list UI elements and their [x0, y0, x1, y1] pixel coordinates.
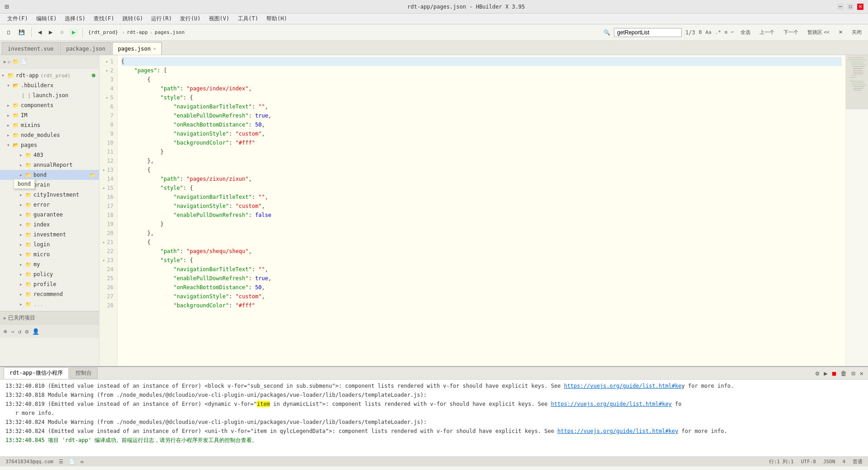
tree-item-guarantee[interactable]: ▶ 📁 guarantee	[0, 210, 99, 220]
bottom-clear-icon[interactable]: 🗑	[840, 369, 848, 378]
select-all-button[interactable]: 全选	[738, 28, 753, 37]
tree-arrow-icon: ▶	[7, 113, 13, 118]
maximize-button[interactable]: □	[847, 4, 854, 10]
new-file-icon[interactable]: 📄	[21, 59, 27, 65]
bottom-settings-icon[interactable]: ⚙	[815, 369, 820, 378]
status-icon-3[interactable]: ✉	[80, 459, 84, 465]
line-3: 3	[99, 75, 117, 84]
fold-icon[interactable]: ▸	[106, 57, 108, 66]
tree-item-city-investment[interactable]: ▶ 📁 cityInvestment	[0, 190, 99, 200]
status-indent: 4	[842, 459, 845, 465]
bottom-export-icon[interactable]: ⊡	[850, 369, 856, 378]
back-button[interactable]: ◀	[35, 28, 44, 37]
tab-package-json[interactable]: package.json	[60, 42, 111, 55]
closed-projects-section[interactable]: ▶ 已关闭项目	[0, 311, 99, 324]
bottom-stop-icon[interactable]: ■	[831, 369, 837, 378]
console-link-3[interactable]: https://vuejs.org/guide/list.html#key	[551, 401, 672, 407]
menu-find[interactable]: 查找(F)	[90, 14, 118, 24]
bottom-run-icon[interactable]: ▶	[823, 369, 828, 378]
tree-item-login[interactable]: ▶ 📁 login	[0, 240, 99, 249]
tree-item-components[interactable]: ▶ 📁 components	[0, 100, 99, 110]
forward-button[interactable]: ▶	[46, 28, 55, 37]
menu-file[interactable]: 文件(F)	[4, 14, 32, 24]
tree-item-error[interactable]: ▶ 📁 error	[0, 200, 99, 210]
menu-publish[interactable]: 发行(U)	[176, 14, 204, 24]
tree-item-mixins[interactable]: ▶ 📁 mixins	[0, 120, 99, 130]
run-button[interactable]: ▶	[69, 28, 79, 38]
search-input[interactable]	[614, 28, 682, 37]
fold-icon[interactable]: ▸	[103, 238, 105, 247]
next-button[interactable]: 下一个	[781, 28, 801, 37]
code-editor[interactable]: ▸1 ▸2 3 4 ▸5 6 7 8 9 10 11 12 ▸13 14 ▸15…	[99, 55, 868, 366]
close-search-button[interactable]: ✕	[836, 28, 845, 37]
tree-item-launch-json[interactable]: [ ] launch.json	[0, 90, 99, 100]
add-project-icon[interactable]: ⊕	[4, 328, 7, 335]
tree-item-annual-report[interactable]: ▶ 📁 annualReport	[0, 160, 99, 170]
console-line-1-suffix: y for more info.	[682, 383, 734, 389]
tree-item-more[interactable]: ▶ 📁 ...	[0, 299, 99, 309]
tree-item-403[interactable]: ▶ 📁 403	[0, 150, 99, 160]
console-link-5[interactable]: https://vuejs.org/guide/list.html#key	[557, 428, 678, 434]
tree-item-hbuilderx[interactable]: ▼ 📂 .hbuilderx	[0, 80, 99, 90]
bookmark-button[interactable]: ☆	[57, 28, 67, 37]
settings-icon[interactable]: ⚙	[25, 328, 28, 335]
refresh-icon[interactable]: ↺	[18, 328, 22, 335]
folder-icon: 📁	[25, 252, 32, 258]
bottom-close-icon[interactable]: ✕	[859, 369, 864, 378]
line-1: ▸1	[99, 57, 117, 66]
tree-item-bond[interactable]: ▶ 📁 bond 📁 bond	[0, 170, 99, 180]
folder-icon: 📁	[13, 103, 19, 108]
tab-investment-vue[interactable]: investment.vue	[2, 42, 59, 55]
fold-icon[interactable]: ▸	[103, 183, 105, 193]
menu-goto[interactable]: 跳转(G)	[119, 14, 147, 24]
menu-help[interactable]: 帮助(H)	[263, 14, 291, 24]
tree-item-policy[interactable]: ▶ 📁 policy	[0, 269, 99, 279]
code-line-26: "onReachBottomDistance": 50,	[121, 283, 842, 292]
jump-button[interactable]: 暂跳区 <<	[805, 28, 832, 37]
prev-button[interactable]: 上一个	[757, 28, 777, 37]
tree-item-profile[interactable]: ▶ 📁 profile	[0, 279, 99, 289]
new-button[interactable]: 🗋	[4, 28, 14, 37]
fold-icon[interactable]: ▸	[103, 165, 105, 174]
expand-icon[interactable]: ▷	[8, 59, 11, 64]
tree-item-recommend[interactable]: ▶ 📁 recommend	[0, 289, 99, 299]
window-title: rdt-app/pages.json - HBuilder X 3.95	[407, 4, 525, 10]
tab-close-icon[interactable]: ✕	[153, 46, 156, 51]
tree-project-root[interactable]: ▼ 📁 rdt-app (rdt_prod)	[0, 70, 99, 80]
tree-item-micro[interactable]: ▶ 📁 micro	[0, 249, 99, 259]
fold-icon[interactable]: ▸	[106, 66, 108, 75]
tab-pages-json[interactable]: pages.json ✕	[112, 42, 162, 55]
code-line-3: {	[121, 75, 842, 84]
save-button[interactable]: 💾	[16, 28, 28, 37]
new-folder-icon[interactable]: 📁	[13, 59, 19, 65]
close-button[interactable]: ✕	[857, 4, 863, 10]
status-icon-2[interactable]: 📄	[69, 459, 75, 465]
menu-run[interactable]: 运行(R)	[147, 14, 175, 24]
line-9: 9	[99, 129, 117, 138]
close-tab-button[interactable]: 关闭	[849, 28, 864, 37]
menu-edit[interactable]: 编辑(E)	[33, 14, 61, 24]
import-icon[interactable]: ⇒	[11, 328, 14, 335]
tree-item-im[interactable]: ▶ 📁 IM	[0, 110, 99, 120]
tree-item-index[interactable]: ▶ 📁 index	[0, 220, 99, 230]
tree-item-node-modules[interactable]: ▶ 📁 node_modules	[0, 130, 99, 140]
fold-icon[interactable]: ▸	[103, 256, 105, 265]
tree-label: ...	[33, 301, 43, 307]
tree-icon-folder: 📁	[7, 72, 14, 79]
menu-view[interactable]: 视图(V)	[205, 14, 233, 24]
bottom-tab-app[interactable]: rdt-app-微信小程序	[4, 367, 69, 379]
menu-tools[interactable]: 工具(T)	[234, 14, 262, 24]
minimize-button[interactable]: ─	[837, 4, 844, 10]
line-6: 6	[99, 102, 117, 111]
tree-item-my[interactable]: ▶ 📁 my	[0, 259, 99, 269]
console-link-1[interactable]: https://vuejs.org/guide/list.html#ke	[564, 383, 681, 389]
tree-item-investment[interactable]: ▶ 📁 investment	[0, 230, 99, 240]
collapse-icon[interactable]: ▶	[4, 59, 6, 64]
bottom-tab-console[interactable]: 控制台	[70, 367, 98, 379]
code-lines[interactable]: { "pages": [ { "path": "pages/index/inde…	[118, 55, 845, 366]
account-icon[interactable]: 👤	[32, 328, 39, 335]
status-icon-1[interactable]: ☰	[59, 459, 63, 465]
tree-item-pages[interactable]: ▼ 📂 pages	[0, 140, 99, 150]
fold-icon[interactable]: ▸	[106, 93, 108, 102]
menu-select[interactable]: 选择(S)	[61, 14, 89, 24]
